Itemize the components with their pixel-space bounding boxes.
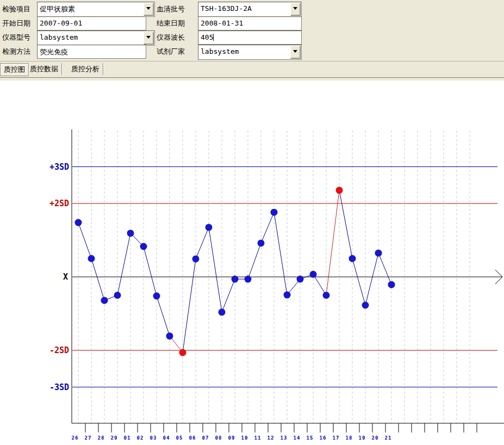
reagent-vendor-label: 试剂厂家 xyxy=(157,47,185,57)
tab-qc-analysis[interactable]: 质控分析 xyxy=(68,63,103,75)
series-segment xyxy=(209,227,222,312)
x-tick-label: 26 xyxy=(72,435,79,441)
start-date-label: 开始日期 xyxy=(2,18,30,28)
series-segment xyxy=(339,190,352,259)
data-point[interactable] xyxy=(114,292,121,299)
serum-batch-label: 血清批号 xyxy=(157,4,185,14)
x-tick-label: 10 xyxy=(241,435,248,441)
data-point[interactable] xyxy=(375,250,382,257)
x-tick-label: 19 xyxy=(359,435,366,441)
data-point[interactable] xyxy=(192,255,200,262)
instrument-model-label: 仪器型号 xyxy=(2,33,30,42)
series-segment xyxy=(157,296,170,336)
tabbar-lower-strip xyxy=(0,78,504,81)
detection-method-value: 荧光免疫 xyxy=(40,47,68,57)
series-segment xyxy=(78,222,91,258)
instrument-model-dropdown-button[interactable] xyxy=(144,32,154,45)
x-tick-label: 01 xyxy=(124,435,131,441)
data-point[interactable] xyxy=(140,243,147,250)
x-tick-label: 14 xyxy=(294,435,301,441)
data-point[interactable] xyxy=(206,224,213,231)
x-tick-label: 06 xyxy=(189,435,196,441)
tab-qc-chart[interactable]: 质控图 xyxy=(0,63,29,76)
text-cursor xyxy=(213,34,214,41)
data-point-out-of-control[interactable] xyxy=(336,187,343,194)
start-date-value: 2007-09-01 xyxy=(40,19,82,27)
serum-batch-value: TSH-163DJ-2A xyxy=(201,4,252,13)
series-segment xyxy=(261,212,274,243)
sd-axis-label: X xyxy=(63,272,68,282)
x-tick-label: 04 xyxy=(163,435,170,441)
data-point[interactable] xyxy=(362,301,369,308)
series-segment xyxy=(222,279,235,312)
series-segment xyxy=(117,233,130,295)
data-point[interactable] xyxy=(388,281,395,288)
data-point[interactable] xyxy=(245,276,252,283)
series-segment xyxy=(196,227,209,259)
tab-qc-data[interactable]: 质控数据 xyxy=(27,63,62,75)
reagent-vendor-dropdown-button[interactable] xyxy=(290,46,301,59)
x-tick-label: 15 xyxy=(307,435,314,441)
start-date-input[interactable]: 2007-09-01 xyxy=(37,16,146,30)
sd-axis-label: +2SD xyxy=(49,199,69,208)
wavelength-value: 405 xyxy=(201,33,213,41)
data-point[interactable] xyxy=(323,292,330,299)
series-segment xyxy=(326,190,339,295)
chevron-down-icon xyxy=(293,7,297,10)
instrument-model-value: labsystem xyxy=(40,33,78,41)
series-segment xyxy=(183,259,196,353)
x-tick-label: 09 xyxy=(228,435,235,441)
data-point[interactable] xyxy=(101,297,108,304)
series-segment xyxy=(274,212,287,295)
test-item-value: 促甲状腺素 xyxy=(40,4,75,14)
test-item-dropdown-button[interactable] xyxy=(144,3,154,16)
x-tick-label: 28 xyxy=(98,435,105,441)
series-segment xyxy=(144,246,157,296)
data-point[interactable] xyxy=(127,230,134,237)
x-tick-label: 27 xyxy=(85,435,92,441)
serum-batch-combobox[interactable]: TSH-163DJ-2A xyxy=(198,2,302,17)
data-point[interactable] xyxy=(349,255,356,262)
detection-method-input[interactable]: 荧光免疫 xyxy=(37,45,146,59)
data-point[interactable] xyxy=(310,271,317,278)
query-form: 检验项目 促甲状腺素 开始日期 2007-09-01 仪器型号 labsyste… xyxy=(0,0,504,61)
x-tick-label: 02 xyxy=(137,435,144,441)
x-tick-label: 13 xyxy=(281,435,288,441)
x-tick-label: 17 xyxy=(333,435,340,441)
x-tick-label: 11 xyxy=(254,435,262,441)
end-date-label: 结束日期 xyxy=(157,18,185,28)
data-point[interactable] xyxy=(75,219,82,226)
data-point[interactable] xyxy=(153,293,160,300)
data-point[interactable] xyxy=(297,276,304,283)
data-point-out-of-control[interactable] xyxy=(179,349,186,356)
sd-axis-label: +3SD xyxy=(49,162,69,172)
wavelength-label: 仪器波长 xyxy=(157,33,185,42)
data-point[interactable] xyxy=(284,292,291,299)
x-tick-label: 05 xyxy=(176,435,183,441)
series-segment xyxy=(352,258,365,305)
x-tick-label: 21 xyxy=(385,435,392,441)
chevron-down-icon xyxy=(293,50,297,53)
reagent-vendor-combobox[interactable]: labsystem xyxy=(198,45,302,60)
x-tick-label: 12 xyxy=(267,435,275,441)
data-point[interactable] xyxy=(166,332,173,339)
data-point[interactable] xyxy=(271,209,278,216)
end-date-input[interactable]: 2008-01-31 xyxy=(198,16,302,30)
x-tick-label: 29 xyxy=(111,435,118,441)
wavelength-input[interactable]: 405 xyxy=(198,30,302,45)
serum-batch-dropdown-button[interactable] xyxy=(290,3,301,16)
data-point[interactable] xyxy=(88,255,95,262)
test-item-combobox[interactable]: 促甲状腺素 xyxy=(37,2,155,17)
axis-arrow-icon xyxy=(495,277,502,284)
series-segment xyxy=(365,253,378,305)
instrument-model-combobox[interactable]: labsystem xyxy=(37,30,155,46)
data-point[interactable] xyxy=(232,276,239,283)
data-point[interactable] xyxy=(258,239,265,246)
x-tick-label: 07 xyxy=(202,435,209,441)
series-segment xyxy=(313,274,326,295)
x-tick-label: 20 xyxy=(372,435,379,441)
series-segment xyxy=(91,258,104,300)
data-point[interactable] xyxy=(219,308,226,316)
chevron-down-icon xyxy=(146,7,151,10)
detection-method-label: 检测方法 xyxy=(2,47,30,57)
